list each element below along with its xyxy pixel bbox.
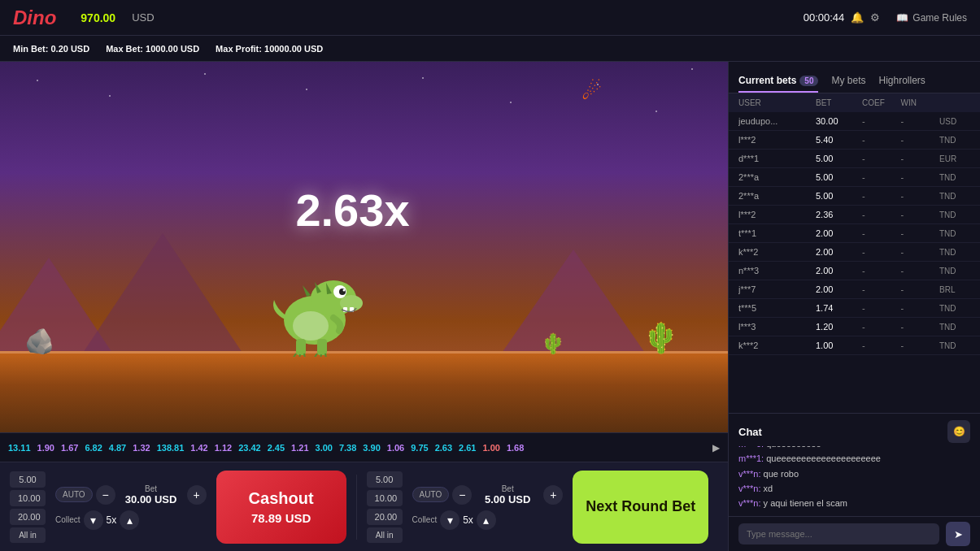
cell-user: j***7 — [738, 284, 816, 294]
tab-highrollers[interactable]: Highrollers — [878, 70, 925, 93]
settings-icon[interactable]: ⚙ — [870, 11, 880, 24]
chat-input[interactable] — [738, 523, 939, 544]
chat-message: m***1: queeeeeeeeeeeeeeeeeeeee — [738, 453, 970, 465]
bets-table: jeudupo... 30.00 - - USD l***2 5.40 - - … — [729, 112, 980, 413]
history-item[interactable]: 1.32 — [133, 443, 150, 453]
decrement-bet-right[interactable]: − — [452, 485, 472, 505]
auto-button-left[interactable]: AUTO — [55, 487, 93, 502]
history-item[interactable]: 6.82 — [85, 443, 102, 453]
history-item[interactable]: 9.75 — [411, 443, 428, 453]
dino-character — [262, 267, 368, 359]
increment-bet-right[interactable]: + — [543, 485, 563, 505]
col-user: User — [738, 98, 816, 107]
logo: Dino — [13, 7, 56, 29]
increment-collect-right[interactable]: ▴ — [477, 510, 496, 530]
history-bar: 13.111.901.676.824.871.32138.811.421.122… — [0, 432, 728, 462]
betting-panel: 5.00 10.00 20.00 All in AUTO − Bet 30.00… — [0, 462, 728, 551]
cell-bet: 1.00 — [816, 341, 862, 350]
cell-user: l***3 — [738, 322, 816, 332]
cell-user: 2***a — [738, 191, 816, 201]
history-item[interactable]: 13.11 — [8, 443, 31, 453]
ground — [0, 351, 728, 432]
cell-win: - — [901, 266, 940, 276]
all-in-right[interactable]: All in — [367, 527, 403, 543]
cell-currency: TND — [939, 173, 970, 182]
bet-value-left: 30.00 USD — [125, 493, 177, 505]
bet-amount-10-left[interactable]: 10.00 — [10, 490, 46, 506]
cell-win: - — [901, 154, 940, 163]
history-item[interactable]: 23.42 — [238, 443, 261, 453]
decrement-bet-left[interactable]: − — [96, 485, 115, 505]
next-round-bet-button[interactable]: Next Round Bet — [573, 471, 708, 544]
cell-user: t***5 — [738, 303, 816, 313]
history-scroll-arrow[interactable]: ▶ — [712, 442, 720, 453]
cell-coef: - — [862, 247, 901, 257]
history-item[interactable]: 3.90 — [363, 443, 380, 453]
cell-user: k***2 — [738, 341, 816, 350]
history-item[interactable]: 1.68 — [507, 443, 524, 453]
cactus-right: 🌵 — [642, 321, 679, 355]
cell-win: - — [901, 284, 940, 294]
bet-controls-left: AUTO − Bet 30.00 USD + Collect ▾ 5x ▴ — [55, 484, 207, 530]
balance-display: 970.00 — [81, 11, 115, 24]
history-item[interactable]: 1.42 — [190, 443, 207, 453]
history-item[interactable]: 2.63 — [435, 443, 452, 453]
auto-button-right[interactable]: AUTO — [412, 487, 450, 502]
bet-amount-5-left[interactable]: 5.00 — [10, 471, 46, 488]
max-profit-info: Max Profit: 10000.00 USD — [216, 44, 323, 54]
tabs-row: Current bets50My betsHighrollers — [729, 62, 980, 93]
chat-section: Chat 😊 l: y: perdi todo ahoriita jajam**… — [729, 413, 980, 551]
cell-coef: - — [862, 322, 901, 332]
history-item[interactable]: 7.38 — [339, 443, 356, 453]
cell-coef: - — [862, 303, 901, 313]
panel-top: Current bets50My betsHighrollers User Be… — [729, 62, 980, 413]
history-item[interactable]: 1.21 — [291, 443, 308, 453]
sound-icon[interactable]: 🔔 — [851, 11, 864, 24]
history-item[interactable]: 1.00 — [482, 443, 499, 453]
bet-amount-20-right[interactable]: 20.00 — [367, 509, 403, 525]
collect-label-right: Collect — [412, 515, 438, 524]
history-item[interactable]: 1.06 — [387, 443, 404, 453]
collect-value-left: 5x — [107, 514, 117, 526]
chat-message: v***n: xd — [738, 483, 970, 495]
send-message-button[interactable]: ➤ — [946, 522, 970, 546]
cell-user: jeudupo... — [738, 116, 816, 126]
history-item[interactable]: 1.12 — [215, 443, 232, 453]
history-item[interactable]: 1.67 — [61, 443, 78, 453]
history-item[interactable]: 4.87 — [109, 443, 126, 453]
bet-amount-20-left[interactable]: 20.00 — [10, 509, 46, 525]
tab-my-bets[interactable]: My bets — [831, 70, 865, 93]
cell-win: - — [901, 303, 940, 313]
table-row: n***3 2.00 - - TND — [729, 262, 980, 280]
tab-current-bets[interactable]: Current bets50 — [738, 70, 818, 93]
cashout-button[interactable]: Cashout 78.89 USD — [216, 471, 346, 544]
all-in-left[interactable]: All in — [10, 527, 46, 543]
game-rules-button[interactable]: 📖 Game Rules — [896, 12, 967, 24]
history-item[interactable]: 3.00 — [316, 443, 333, 453]
chat-emoji-button[interactable]: 😊 — [947, 420, 970, 443]
col-bet: Bet — [816, 98, 862, 107]
cell-bet: 5.00 — [816, 191, 862, 201]
history-item[interactable]: 138.81 — [157, 443, 185, 453]
svg-rect-13 — [296, 339, 306, 355]
cell-currency: EUR — [939, 154, 970, 163]
cell-win: - — [901, 247, 940, 257]
bet-amount-5-right[interactable]: 5.00 — [367, 471, 403, 488]
mountain-right — [500, 249, 647, 355]
increment-collect-left[interactable]: ▴ — [120, 510, 139, 530]
collect-value-right: 5x — [463, 514, 473, 526]
increment-bet-left[interactable]: + — [187, 485, 207, 505]
decrement-collect-right[interactable]: ▾ — [440, 510, 460, 530]
decrement-collect-left[interactable]: ▾ — [84, 510, 103, 530]
collect-row-left: Collect ▾ 5x ▴ — [55, 510, 207, 530]
history-item[interactable]: 2.61 — [459, 443, 476, 453]
history-item[interactable]: 2.45 — [268, 443, 285, 453]
table-row: k***2 2.00 - - TND — [729, 243, 980, 262]
cell-win: - — [901, 116, 940, 126]
history-item[interactable]: 1.90 — [37, 443, 54, 453]
header: Dino 970.00 USD 00:00:44 🔔 ⚙ 📖 Game Rule… — [0, 0, 980, 36]
svg-point-5 — [343, 289, 346, 292]
cell-currency: TND — [939, 136, 970, 145]
cell-bet: 30.00 — [816, 116, 862, 126]
bet-amount-10-right[interactable]: 10.00 — [367, 490, 403, 506]
